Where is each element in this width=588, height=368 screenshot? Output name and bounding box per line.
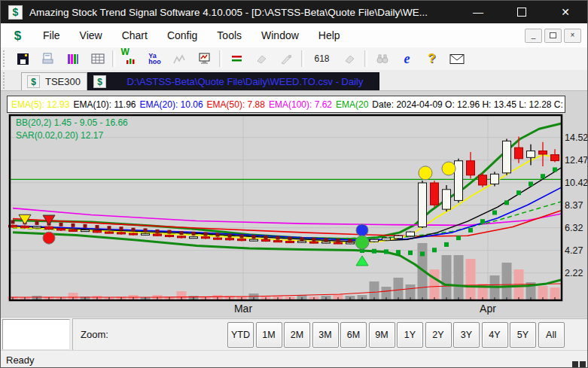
candle-up <box>407 232 415 236</box>
x-axis-month-label: Apr <box>480 303 496 315</box>
mail-button[interactable] <box>447 50 467 68</box>
sar-dot-above <box>84 224 87 228</box>
indicator-value-4: EMA(100): 7.62 <box>269 99 332 110</box>
yahoo-icon: Yahoo <box>148 53 161 65</box>
candle-down <box>515 148 523 159</box>
zoom-button-3y[interactable]: 3Y <box>453 322 480 348</box>
signal-circle-marker <box>356 224 368 236</box>
tabbar-grip[interactable] <box>3 72 8 89</box>
save-button[interactable] <box>14 50 33 68</box>
volume-bar <box>442 255 452 300</box>
toolbar-grip[interactable] <box>3 50 8 67</box>
screen-view-button[interactable] <box>195 50 215 68</box>
zoom-button-1m[interactable]: 1M <box>256 322 282 348</box>
tab-tse300[interactable]: $ TSE300 <box>21 72 87 90</box>
maximize-button[interactable] <box>500 1 544 23</box>
zoom-button-5y[interactable]: 5Y <box>510 322 536 348</box>
tab-weed-to-daily[interactable]: $ D:\ASTSS-Beta\Quote File\Daily\WEED.TO… <box>87 72 379 90</box>
minimize-button[interactable]: — <box>456 1 500 23</box>
zoom-button-2y[interactable]: 2Y <box>425 322 452 348</box>
data-table-button[interactable] <box>88 50 108 68</box>
candle-up <box>503 141 511 172</box>
erase-line-button[interactable] <box>252 50 272 68</box>
menu-file[interactable]: File <box>33 26 70 44</box>
toolbar-separator <box>301 50 304 67</box>
sar-dot-above <box>216 233 220 237</box>
zoom-button-all[interactable]: All <box>538 322 565 348</box>
menu-view[interactable]: View <box>70 26 112 44</box>
internet-button[interactable]: e <box>398 50 417 68</box>
chart-area: 14.5212.4710.428.376.324.272.22MarApr BB… <box>1 114 588 317</box>
volume-bar <box>430 269 440 300</box>
candle-down <box>21 226 29 227</box>
zoom-button-9m[interactable]: 9M <box>369 322 395 348</box>
status-bar: Ready <box>1 350 587 368</box>
zoom-button-ytd[interactable]: YTD <box>227 322 254 348</box>
zoom-button-2m[interactable]: 2M <box>284 322 310 348</box>
menu-config[interactable]: Config <box>157 26 207 44</box>
support-resistance-button[interactable] <box>227 50 247 68</box>
chart-tab-icon: $ <box>93 75 106 88</box>
window-title: Amazing Stock Trend Signal Software 4.10… <box>29 7 428 18</box>
zoom-button-6m[interactable]: 6M <box>340 322 367 348</box>
sar-dot-above <box>240 234 244 238</box>
sar-dot-above <box>276 236 280 240</box>
erase-fib-button[interactable] <box>340 50 360 68</box>
weekly-chart-button[interactable]: W <box>120 50 140 68</box>
sar-dot-below <box>372 249 376 254</box>
print-button[interactable] <box>38 50 58 68</box>
status-text: Ready <box>6 354 35 366</box>
candle-up <box>298 241 306 242</box>
table-icon <box>91 53 105 65</box>
candle-up <box>395 236 403 239</box>
find-button[interactable] <box>373 50 392 68</box>
menu-help[interactable]: Help <box>309 26 350 44</box>
mdi-minimize-button[interactable]: _ <box>525 29 542 43</box>
zoom-button-1y[interactable]: 1Y <box>397 322 423 348</box>
toolbar-separator <box>219 50 222 67</box>
candle-down <box>479 175 487 185</box>
envelope-icon <box>449 53 465 65</box>
y-axis-label: 8.37 <box>565 200 583 211</box>
zoom-buttons: YTD1M2M3M6M9M1Y2Y3Y4Y5YAll <box>227 322 566 348</box>
yahoo-quotes-button[interactable]: Yahoo <box>145 50 165 68</box>
color-bars-button[interactable] <box>63 50 83 68</box>
candle-down <box>274 241 282 242</box>
candle-down <box>467 161 475 175</box>
zoom-button-3m[interactable]: 3M <box>312 322 339 348</box>
bottom-panel: Zoom: YTD1M2M3M6M9M1Y2Y3Y4Y5YAll <box>1 317 587 351</box>
y-axis-label: 14.52 <box>565 132 588 143</box>
sar-dot-below <box>408 251 413 255</box>
help-button[interactable]: ? <box>422 50 442 68</box>
mdi-close-button[interactable]: × <box>564 29 581 43</box>
volume-bar <box>454 255 464 300</box>
zoom-button-4y[interactable]: 4Y <box>482 322 508 348</box>
tab-tse300-label: TSE300 <box>45 76 81 87</box>
sar-dot-above <box>144 228 148 232</box>
sar-dot-above <box>132 228 136 232</box>
candle-up <box>33 227 41 228</box>
resize-grip[interactable] <box>572 361 586 368</box>
mdi-child-icon[interactable]: $ <box>11 29 24 42</box>
price-chart[interactable]: 14.5212.4710.428.376.324.272.22MarApr <box>1 114 588 317</box>
menu-tools[interactable]: Tools <box>207 26 251 44</box>
volume-bar <box>394 278 404 300</box>
metastock-chart-button[interactable] <box>170 50 190 68</box>
monitor-icon <box>198 53 212 65</box>
sar-dot-below <box>384 249 388 254</box>
x-axis-month-label: Mar <box>234 303 252 315</box>
mdi-restore-button[interactable] <box>544 29 562 43</box>
menu-window[interactable]: Window <box>251 26 309 44</box>
menu-chart[interactable]: Chart <box>112 26 157 44</box>
sar-dot-above <box>337 239 340 242</box>
sar-dot-below <box>492 211 497 215</box>
candle-down <box>551 155 559 161</box>
draw-brush-button[interactable] <box>277 50 297 68</box>
candle-up <box>419 183 427 227</box>
sar-dot-above <box>96 225 99 229</box>
close-button[interactable]: ✕ <box>544 1 587 23</box>
candle-down <box>105 232 114 233</box>
empty-panel <box>2 319 70 350</box>
title-bar: $ Amazing Stock Trend Signal Software 4.… <box>1 1 587 23</box>
fibonacci-618-button[interactable]: 618 <box>309 50 335 68</box>
